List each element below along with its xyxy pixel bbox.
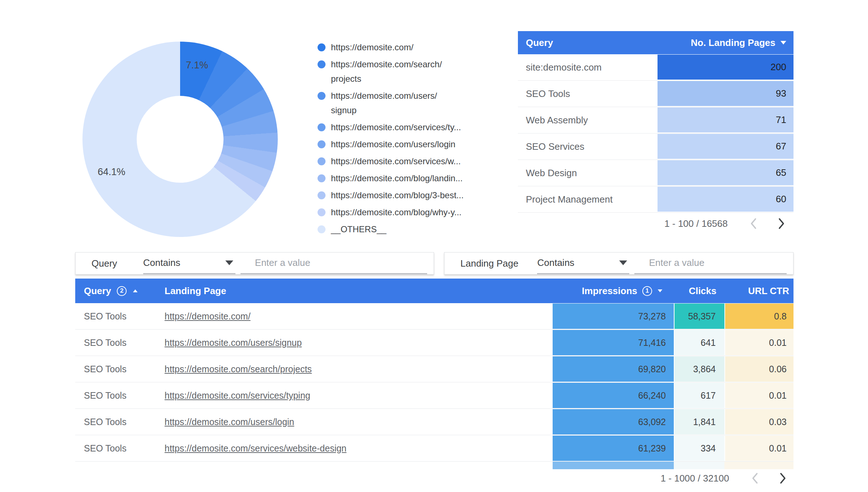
pie-percentage-label: 64.1%	[98, 166, 125, 178]
sort-desc-icon	[780, 41, 786, 44]
url-ctr-heatmap-cell: 0.01	[724, 436, 793, 461]
legend-color-dot-icon	[318, 123, 326, 131]
url-ctr-heatmap-cell: 0.03	[724, 409, 793, 434]
main-table-row[interactable]: SEO Toolshttps://demosite.com/users/sign…	[75, 330, 793, 356]
landing-page-cell: https://demosite.com/users/signup	[165, 330, 553, 356]
lp-query-cell: Project Management	[518, 194, 613, 205]
legend-item-label: https://demosite.com/search/ projects	[331, 57, 442, 86]
chevron-left-icon	[750, 471, 760, 485]
partial-impressions-cell	[553, 462, 674, 469]
lp-header-value-label: No. Landing Pages	[691, 37, 775, 48]
url-ctr-heatmap-cell: 0.01	[724, 330, 793, 355]
main-table-row[interactable]: SEO Toolshttps://demosite.com/services/t…	[75, 382, 793, 409]
partial-clicks-cell	[674, 462, 724, 469]
legend-color-dot-icon	[318, 191, 326, 199]
url-ctr-heatmap-cell: 0.8	[724, 304, 793, 329]
landing-page-filter-field-label: Landing Page	[460, 258, 518, 269]
legend-item[interactable]: https://demosite.com/services/ty...	[318, 120, 520, 135]
legend-item[interactable]: https://demosite.com/blog/3-best...	[318, 188, 520, 203]
legend-item-label: https://demosite.com/users/ signup	[331, 89, 437, 118]
chevron-left-icon	[749, 217, 758, 230]
dropdown-arrow-icon	[619, 260, 627, 265]
legend-color-dot-icon	[318, 157, 326, 165]
main-table-row[interactable]: SEO Toolshttps://demosite.com/users/logi…	[75, 409, 793, 435]
main-next-page-button[interactable]	[778, 471, 788, 485]
lp-prev-page-button	[749, 217, 758, 230]
landing-page-cell: https://demosite.com/search/projects	[165, 356, 553, 382]
query-cell: SEO Tools	[75, 409, 165, 435]
legend-item-label: https://demosite.com/	[331, 40, 413, 55]
landing-page-link[interactable]: https://demosite.com/users/login	[165, 417, 294, 427]
legend-color-dot-icon	[318, 43, 326, 51]
legend-item[interactable]: https://demosite.com/blog/why-y...	[318, 205, 520, 220]
dropdown-arrow-icon	[225, 260, 233, 265]
url-ctr-heatmap-cell: 0.06	[724, 356, 793, 382]
main-table-row[interactable]: SEO Toolshttps://demosite.com/search/pro…	[75, 356, 793, 382]
main-table-row[interactable]: SEO Toolshttps://demosite.com/services/w…	[75, 435, 793, 462]
lp-value-heatmap-cell: 200	[658, 55, 793, 80]
query-filter-operator-select[interactable]: Contains	[143, 253, 235, 274]
lp-header-query[interactable]: Query	[518, 37, 553, 48]
legend-item[interactable]: https://demosite.com/	[318, 40, 520, 55]
legend-item[interactable]: https://demosite.com/services/w...	[318, 154, 520, 169]
legend-item-label: https://demosite.com/users/login	[331, 137, 455, 152]
legend-color-dot-icon	[318, 140, 326, 148]
lp-table-row[interactable]: Web Design65	[518, 160, 793, 186]
lp-table-row[interactable]: SEO Tools93	[518, 81, 793, 107]
landing-page-link[interactable]: https://demosite.com/search/projects	[165, 364, 312, 374]
lp-table-row[interactable]: SEO Services67	[518, 133, 793, 160]
main-header-url-ctr[interactable]: URL CTR	[724, 285, 793, 297]
clicks-heatmap-cell: 334	[674, 436, 724, 461]
main-header-query-label: Query	[84, 285, 111, 297]
legend-item-label: __OTHERS__	[331, 222, 386, 237]
lp-value-heatmap-cell: 93	[658, 81, 793, 106]
landing-page-filter-operator-select[interactable]: Contains	[537, 253, 629, 274]
landing-page-cell: https://demosite.com/	[165, 303, 553, 329]
landing-page-filter: Landing Page Contains	[444, 252, 793, 275]
queries-landing-pages-table: Query No. Landing Pages site:demosite.co…	[518, 31, 793, 213]
main-table-row[interactable]: SEO Toolshttps://demosite.com/73,27858,3…	[75, 303, 793, 330]
main-header-impressions[interactable]: Impressions 1	[553, 285, 674, 297]
main-header-query[interactable]: Query 2	[75, 285, 165, 297]
sort-desc-icon	[658, 289, 663, 292]
chevron-right-icon	[777, 217, 786, 230]
lp-next-page-button[interactable]	[777, 217, 786, 230]
lp-table-row[interactable]: site:demosite.com200	[518, 54, 793, 81]
main-header-landing-page[interactable]: Landing Page	[165, 285, 553, 297]
landing-page-filter-input[interactable]	[634, 257, 787, 269]
clicks-heatmap-cell: 58,357	[674, 304, 724, 329]
lp-value-heatmap-cell: 71	[658, 107, 793, 132]
query-filter: Query Contains	[75, 252, 434, 275]
main-pagination-range: 1 - 1000 / 32100	[661, 473, 729, 484]
landing-page-filter-operator-value: Contains	[537, 257, 574, 268]
partial-url-ctr-cell	[724, 462, 793, 469]
sort-asc-icon	[133, 289, 138, 292]
lp-query-cell: Web Design	[518, 167, 577, 179]
legend-item[interactable]: https://demosite.com/blog/landin...	[318, 171, 520, 186]
impressions-heatmap-cell: 71,416	[553, 330, 674, 355]
lp-table-body: site:demosite.com200SEO Tools93Web Assem…	[518, 54, 793, 213]
lp-query-cell: site:demosite.com	[518, 62, 602, 73]
main-header-clicks[interactable]: Clicks	[674, 285, 724, 297]
landing-pages-donut-chart[interactable]: 7.1%64.1%	[82, 42, 278, 237]
lp-header-value[interactable]: No. Landing Pages	[691, 37, 793, 48]
url-ctr-heatmap-cell: 0.01	[724, 383, 793, 408]
donut-hole	[137, 96, 224, 183]
lp-pagination-range: 1 - 100 / 16568	[664, 218, 728, 229]
lp-table-row[interactable]: Project Management60	[518, 186, 793, 213]
landing-page-link[interactable]: https://demosite.com/services/typing	[165, 390, 310, 401]
legend-item[interactable]: https://demosite.com/users/login	[318, 137, 520, 152]
legend-item[interactable]: https://demosite.com/search/ projects	[318, 57, 520, 86]
main-header-impressions-label: Impressions	[582, 285, 637, 297]
lp-query-cell: SEO Tools	[518, 88, 570, 99]
query-filter-input[interactable]	[241, 257, 427, 269]
impressions-heatmap-cell: 61,239	[553, 436, 674, 461]
query-cell: SEO Tools	[75, 303, 165, 329]
landing-page-link[interactable]: https://demosite.com/users/signup	[165, 338, 302, 348]
landing-page-link[interactable]: https://demosite.com/services/website-de…	[165, 443, 346, 454]
legend-item-label: https://demosite.com/blog/why-y...	[331, 205, 461, 220]
lp-table-row[interactable]: Web Assembly71	[518, 107, 793, 133]
legend-item[interactable]: __OTHERS__	[318, 222, 520, 237]
landing-page-link[interactable]: https://demosite.com/	[165, 311, 251, 322]
legend-item[interactable]: https://demosite.com/users/ signup	[318, 89, 520, 118]
